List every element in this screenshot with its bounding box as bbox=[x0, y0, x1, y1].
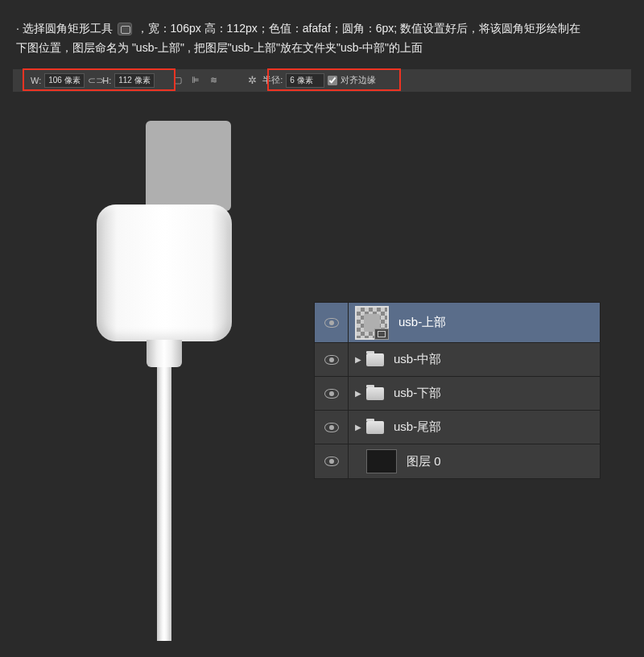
folder-icon bbox=[366, 353, 384, 366]
layer-row-usb-bottom[interactable]: ▶ usb-下部 bbox=[315, 377, 600, 411]
radius-label: 半径: bbox=[262, 74, 283, 86]
gear-icon[interactable]: ✲ bbox=[245, 73, 259, 88]
layer-visibility-toggle[interactable] bbox=[315, 444, 349, 478]
instruction-line2: 下图位置，图层命名为 "usb-上部" , 把图层"usb-上部"放在文件夹"u… bbox=[16, 41, 423, 54]
width-input[interactable] bbox=[44, 73, 85, 88]
align-icon[interactable]: ⊫ bbox=[188, 73, 203, 88]
expand-arrow-icon[interactable]: ▶ bbox=[355, 423, 361, 432]
usb-bottom-shape bbox=[147, 340, 182, 367]
expand-arrow-icon[interactable]: ▶ bbox=[355, 355, 361, 364]
layer-name-label: usb-下部 bbox=[394, 386, 441, 401]
layer-thumbnail[interactable] bbox=[355, 306, 389, 340]
eye-icon bbox=[324, 389, 339, 399]
vector-mask-badge-icon bbox=[374, 328, 389, 340]
height-label: H: bbox=[102, 76, 111, 85]
arrange-icon[interactable]: ≋ bbox=[206, 73, 221, 88]
layer-row-usb-middle[interactable]: ▶ usb-中部 bbox=[315, 343, 600, 377]
layer-thumbnail[interactable] bbox=[366, 449, 397, 473]
layer-name-label: usb-上部 bbox=[398, 315, 446, 330]
options-bar: W: ⊂⊃ H: ▢ ⊫ ≋ ✲ 半径: 对齐边缘 bbox=[13, 69, 631, 92]
instruction-line1-prefix: · 选择圆角矩形工具 bbox=[16, 22, 113, 35]
folder-icon bbox=[366, 387, 384, 400]
layer-name-label: 图层 0 bbox=[407, 454, 441, 469]
pathops-icon[interactable]: ▢ bbox=[171, 73, 185, 88]
usb-top-shape bbox=[146, 121, 231, 211]
radius-input[interactable] bbox=[286, 73, 324, 88]
rounded-rect-tool-icon bbox=[118, 23, 132, 35]
align-edges-label: 对齐边缘 bbox=[341, 74, 376, 86]
link-wh-icon[interactable]: ⊂⊃ bbox=[88, 75, 99, 86]
instruction-text: · 选择圆角矩形工具 ，宽：106px 高：112px；色值：afafaf；圆角… bbox=[0, 0, 644, 66]
eye-icon bbox=[324, 355, 339, 365]
folder-icon bbox=[366, 421, 384, 434]
usb-illustration bbox=[97, 121, 232, 641]
layers-panel: usb-上部 ▶ usb-中部 ▶ usb-下部 ▶ usb-尾部 bbox=[314, 302, 601, 479]
eye-icon bbox=[324, 318, 339, 328]
width-label: W: bbox=[31, 76, 41, 85]
align-edges-checkbox[interactable] bbox=[328, 76, 337, 85]
layer-visibility-toggle[interactable] bbox=[315, 411, 349, 444]
expand-arrow-icon[interactable]: ▶ bbox=[355, 389, 361, 398]
usb-tail-shape bbox=[157, 367, 171, 641]
layer-row-usb-top[interactable]: usb-上部 bbox=[315, 303, 600, 343]
layer-row-usb-tail[interactable]: ▶ usb-尾部 bbox=[315, 411, 600, 444]
layer-name-label: usb-中部 bbox=[394, 352, 441, 367]
eye-icon bbox=[324, 423, 339, 432]
layer-visibility-toggle[interactable] bbox=[315, 377, 349, 410]
eye-icon bbox=[324, 457, 339, 466]
layer-visibility-toggle[interactable] bbox=[315, 343, 349, 376]
usb-middle-shape bbox=[97, 205, 232, 341]
layer-visibility-toggle[interactable] bbox=[315, 303, 349, 342]
height-input[interactable] bbox=[114, 73, 155, 88]
instruction-line1-suffix: ，宽：106px 高：112px；色值：afafaf；圆角：6px; 数值设置好… bbox=[137, 22, 581, 35]
layer-row-background[interactable]: 图层 0 bbox=[315, 444, 600, 478]
layer-name-label: usb-尾部 bbox=[394, 419, 441, 435]
